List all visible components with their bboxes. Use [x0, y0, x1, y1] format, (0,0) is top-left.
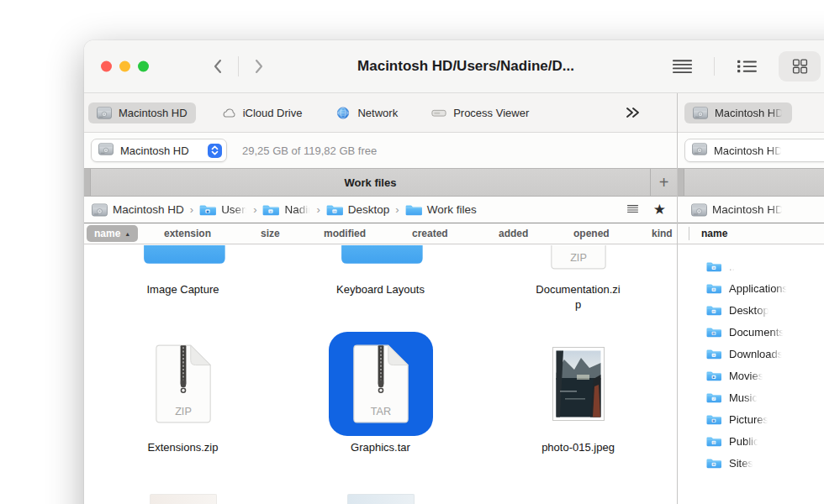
view-mode-separator: [714, 57, 715, 76]
breadcrumb: Macintosh HD›●Users›⌂Nadine›▭Desktop›Wor…: [92, 203, 477, 217]
view-mode-switcher: [661, 51, 821, 81]
breadcrumb-segment-desktop[interactable]: ▭Desktop: [326, 203, 390, 217]
column-header-size[interactable]: size: [261, 228, 280, 239]
breadcrumb-label: Desktop: [348, 203, 390, 216]
list-item-item[interactable]: ⌂..: [678, 255, 824, 277]
file-item-photo-015-jpeg[interactable]: photo-015.jpeg: [479, 332, 677, 455]
breadcrumb-segment-users[interactable]: ●Users: [199, 203, 247, 217]
folder-icon: [140, 245, 227, 270]
forward-button[interactable]: [250, 55, 268, 77]
history-nav: [209, 55, 268, 77]
svg-text:▣: ▣: [712, 419, 715, 423]
nav-separator: [238, 56, 239, 76]
column-header-created[interactable]: created: [412, 228, 448, 239]
title-bar: Macintosh HD/Users/Nadine/D...: [84, 40, 824, 93]
file-item-extensions-zip[interactable]: ZIPExtensions.zip: [84, 332, 282, 455]
close-button[interactable]: [101, 61, 112, 72]
column-header-label: opened: [573, 228, 610, 239]
column-header-extension[interactable]: extension: [164, 228, 211, 239]
list-item-label: Music: [729, 391, 758, 404]
list-item-label: Public: [729, 435, 758, 448]
breadcrumb-segment-work-files[interactable]: Work files: [405, 203, 477, 217]
drive-selector[interactable]: Macintosh HD: [684, 139, 824, 162]
archive-file-icon: ZIP: [151, 344, 215, 424]
list-item-label: Desktop: [729, 304, 769, 317]
breadcrumb-segment-macintosh-hd[interactable]: Macintosh HD: [691, 203, 784, 217]
column-header-opened[interactable]: opened: [573, 228, 610, 239]
drive-selector[interactable]: Macintosh HD: [91, 139, 227, 162]
hard-drive-icon: [691, 203, 707, 217]
file-list: ⌂..AApplications▭Desktop▤Documents↓Downl…: [678, 244, 824, 504]
minimize-button[interactable]: [119, 61, 130, 72]
favorite-item-network[interactable]: Network: [327, 102, 406, 123]
list-item-documents[interactable]: ▤Documents: [678, 321, 824, 343]
folder-icon: [337, 245, 425, 270]
next-row-item-top: [150, 494, 217, 504]
process-viewer-icon: [431, 107, 446, 119]
breadcrumb-segment-macintosh-hd[interactable]: Macintosh HD: [92, 203, 184, 217]
list-item-label: ..: [729, 260, 735, 273]
folder-music-icon: ♪: [706, 391, 721, 404]
file-item-keyboard-layouts[interactable]: Keyboard Layouts: [282, 245, 479, 312]
breadcrumb-label: Macintosh HD: [712, 203, 784, 216]
folder-desktop-icon: ▭: [326, 203, 343, 217]
column-header-added[interactable]: added: [499, 228, 528, 239]
favorites-overflow-button[interactable]: [626, 107, 640, 118]
column-headers: name: [678, 223, 824, 244]
list-item-applications[interactable]: AApplications: [678, 277, 824, 299]
favorite-item-macintosh-hd[interactable]: Macintosh HD: [684, 102, 792, 123]
path-list-icon[interactable]: [626, 203, 639, 216]
view-mode-list-lines[interactable]: [661, 51, 703, 81]
breadcrumb-label: Macintosh HD: [113, 203, 184, 216]
file-item-label: Documentation.zip: [536, 282, 620, 312]
column-header-name[interactable]: name: [701, 228, 727, 239]
list-item-movies[interactable]: ▶Movies: [678, 365, 824, 386]
folder-pictures-icon: ▣: [706, 413, 721, 426]
breadcrumb-separator: ›: [316, 203, 320, 216]
list-item-public[interactable]: ◎Public: [678, 430, 824, 452]
list-item-desktop[interactable]: ▭Desktop: [678, 299, 824, 321]
tab-edge: [678, 169, 684, 196]
list-item-music[interactable]: ♪Music: [678, 386, 824, 408]
column-header-modified[interactable]: modified: [324, 228, 366, 239]
tab-work-files[interactable]: Work files: [91, 169, 650, 196]
svg-text:TAR: TAR: [370, 406, 390, 417]
file-item-documentation-zip[interactable]: ZIPDocumentation.zip: [479, 245, 677, 312]
file-item-graphics-tar[interactable]: TARGraphics.tar: [282, 332, 479, 455]
svg-text:ZIP: ZIP: [570, 252, 587, 264]
list-item-downloads[interactable]: ↓Downloads: [678, 343, 824, 365]
breadcrumb-bar: Macintosh HD: [678, 197, 824, 223]
back-button[interactable]: [209, 55, 227, 77]
breadcrumb-separator: ›: [395, 203, 399, 216]
drive-selector-label: Macintosh HD: [714, 144, 783, 157]
favorite-item-macintosh-hd[interactable]: Macintosh HD: [88, 102, 196, 123]
column-header-label: name: [94, 228, 120, 239]
list-item-sites[interactable]: ⊕Sites: [678, 452, 824, 474]
file-icon-wrap: [140, 245, 227, 270]
svg-text:▭: ▭: [333, 208, 336, 213]
breadcrumb-segment-nadine[interactable]: ⌂Nadine: [262, 203, 310, 217]
list-item-label: Documents: [729, 326, 784, 339]
svg-text:▤: ▤: [712, 332, 715, 335]
favorite-item-process-viewer[interactable]: Process Viewer: [423, 102, 537, 123]
tab-empty[interactable]: [684, 169, 824, 196]
column-header-kind[interactable]: kind: [652, 228, 673, 239]
new-tab-button[interactable]: +: [650, 169, 677, 196]
view-mode-list-bullets[interactable]: [726, 51, 768, 81]
view-mode-grid[interactable]: [779, 51, 821, 81]
favorite-star-icon[interactable]: ★: [653, 202, 666, 217]
file-item-image-capture[interactable]: Image Capture: [84, 245, 282, 312]
list-bullets-icon: [737, 58, 758, 75]
file-item-label: Extensions.zip: [148, 440, 219, 455]
column-header-name[interactable]: name▲: [87, 225, 138, 242]
favorite-item-icloud-drive[interactable]: iCloud Drive: [213, 102, 311, 123]
zoom-button[interactable]: [138, 61, 149, 72]
list-item-pictures[interactable]: ▣Pictures: [678, 408, 824, 430]
column-divider[interactable]: [689, 227, 689, 240]
favorite-item-label: Macintosh HD: [715, 107, 784, 119]
svg-text:◎: ◎: [712, 441, 715, 444]
folder-downloads-icon: ↓: [706, 348, 721, 360]
breadcrumb: Macintosh HD: [691, 203, 784, 217]
free-space-text: 29,25 GB of 119,82 GB free: [242, 144, 377, 157]
list-item-label: Applications: [729, 282, 788, 295]
